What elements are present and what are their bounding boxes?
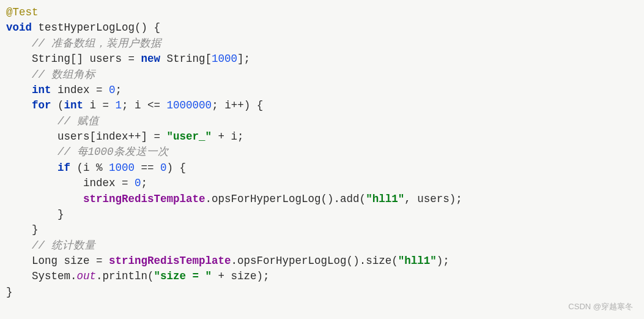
code-line: System.out.println("size = " + size); [6,269,638,284]
code-line: } [6,285,638,300]
comment: // 准备数组，装用户数据 [32,37,161,50]
code-line: stringRedisTemplate.opsForHyperLogLog().… [6,192,638,207]
code-line: for (int i = 1; i <= 1000000; i++) { [6,98,638,113]
annotation: @Test [6,6,39,18]
code-line: } [6,222,638,238]
code-line: @Test [6,5,638,20]
code-line: // 数组角标 [6,67,638,83]
code-line: users[index++] = "user_" + i; [6,129,638,144]
code-line: if (i % 1000 == 0) { [6,160,638,176]
code-line: index = 0; [6,176,638,191]
watermark: CSDN @穿越寒冬 [568,301,633,313]
code-line: String[] users = new String[1000]; [6,51,638,67]
code-line: Long size = stringRedisTemplate.opsForHy… [6,253,638,269]
code-line: } [6,207,638,222]
code-line: void testHyperLogLog() { [6,20,638,36]
code-line: // 统计数量 [6,238,638,253]
code-line: // 准备数组，装用户数据 [6,36,638,51]
code-line: // 每1000条发送一次 [6,144,638,160]
code-line: int index = 0; [6,83,638,98]
code-line: // 赋值 [6,114,638,129]
